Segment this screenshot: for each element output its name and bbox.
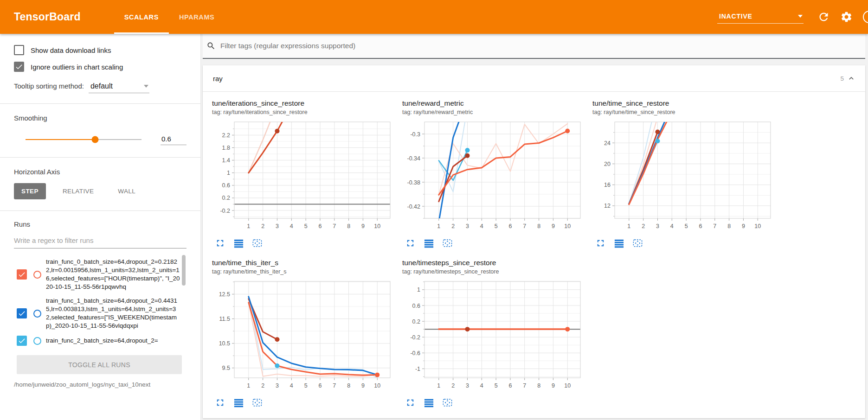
fit-domain-icon[interactable] bbox=[252, 238, 263, 248]
svg-text:0.2: 0.2 bbox=[412, 318, 420, 325]
run-name: train_func_2_batch_size=64,dropout_2= bbox=[46, 337, 180, 345]
fit-domain-icon[interactable] bbox=[442, 238, 453, 248]
chevron-up-icon[interactable] bbox=[847, 74, 856, 83]
runs-filter-input[interactable] bbox=[14, 235, 186, 248]
slider-thumb[interactable] bbox=[92, 136, 99, 143]
svg-text:24: 24 bbox=[604, 140, 611, 146]
svg-text:9: 9 bbox=[742, 223, 745, 229]
chart-actions bbox=[405, 238, 592, 248]
runs-list-icon[interactable] bbox=[233, 397, 244, 408]
line-chart[interactable]: 1216202412345678910 bbox=[592, 119, 777, 232]
run-checkbox[interactable] bbox=[17, 269, 27, 280]
smoothing-value-input[interactable] bbox=[161, 134, 186, 145]
fullscreen-icon[interactable] bbox=[215, 397, 225, 408]
svg-text:9.5: 9.5 bbox=[222, 365, 230, 371]
chart-card: tune/timesteps_since_restoretag: ray/tun… bbox=[401, 259, 592, 408]
chevron-down-icon bbox=[144, 85, 148, 88]
app-title: TensorBoard bbox=[14, 11, 81, 23]
svg-text:3: 3 bbox=[656, 223, 659, 229]
svg-text:9: 9 bbox=[552, 382, 555, 389]
svg-text:8: 8 bbox=[727, 223, 731, 229]
svg-text:4: 4 bbox=[290, 223, 293, 229]
fit-domain-icon[interactable] bbox=[252, 397, 263, 408]
horizontal-axis-label: Horizontal Axis bbox=[14, 168, 186, 176]
line-chart[interactable]: -1-0.6-0.20.20.6112345678910 bbox=[401, 279, 587, 392]
svg-text:3: 3 bbox=[466, 223, 469, 229]
line-chart[interactable]: 9.510.511.512.512345678910 bbox=[211, 279, 397, 392]
svg-text:3: 3 bbox=[276, 223, 279, 229]
svg-text:9: 9 bbox=[361, 223, 365, 229]
header-actions: INACTIVE bbox=[717, 0, 868, 34]
tag-filter-bar bbox=[203, 34, 865, 59]
chart-title: tune/iterations_since_restore bbox=[212, 99, 401, 108]
chart-plot: -0.20.20.611.41.82.212345678910 bbox=[211, 119, 401, 248]
svg-text:10: 10 bbox=[754, 223, 761, 229]
tooltip-sorting-select[interactable]: default bbox=[89, 81, 149, 93]
checkbox[interactable] bbox=[14, 45, 24, 55]
sidebar-checkboxes: Show data download linksIgnore outliers … bbox=[14, 45, 186, 72]
axis-option-relative[interactable]: RELATIVE bbox=[55, 183, 101, 199]
fullscreen-icon[interactable] bbox=[215, 238, 225, 248]
svg-text:5: 5 bbox=[495, 382, 498, 389]
general-options-section: Show data download linksIgnore outliers … bbox=[0, 34, 200, 103]
smoothing-slider-row bbox=[14, 134, 186, 157]
chart-tag: tag: ray/tune/timesteps_since_restore bbox=[402, 268, 592, 275]
svg-text:10.5: 10.5 bbox=[219, 340, 230, 347]
runs-list-icon[interactable] bbox=[424, 238, 434, 248]
status-dropdown[interactable]: INACTIVE bbox=[717, 11, 804, 24]
scrollbar-thumb[interactable] bbox=[182, 255, 186, 286]
run-checkbox[interactable] bbox=[17, 336, 27, 346]
gear-icon[interactable] bbox=[840, 11, 853, 23]
help-icon[interactable] bbox=[863, 11, 868, 23]
header-tabs: SCALARSHPARAMS bbox=[114, 0, 225, 34]
tag-filter-input[interactable] bbox=[219, 41, 863, 51]
runs-list-icon[interactable] bbox=[424, 397, 434, 408]
svg-text:-1: -1 bbox=[415, 366, 420, 372]
svg-text:-0.2: -0.2 bbox=[220, 208, 230, 214]
svg-text:7: 7 bbox=[333, 382, 336, 389]
svg-text:-0.6: -0.6 bbox=[410, 350, 420, 356]
run-color-circle[interactable] bbox=[33, 271, 41, 279]
run-color-circle[interactable] bbox=[33, 310, 41, 318]
svg-text:1: 1 bbox=[227, 170, 230, 176]
svg-text:0.6: 0.6 bbox=[412, 303, 420, 309]
status-label: INACTIVE bbox=[719, 13, 798, 20]
svg-text:-0.2: -0.2 bbox=[410, 334, 420, 341]
refresh-icon[interactable] bbox=[817, 11, 830, 23]
checkbox[interactable] bbox=[14, 62, 24, 72]
line-chart[interactable]: -0.20.20.611.41.82.212345678910 bbox=[211, 119, 397, 232]
svg-text:5: 5 bbox=[685, 223, 688, 229]
run-checkbox[interactable] bbox=[17, 308, 27, 318]
chart-plot: 9.510.511.512.512345678910 bbox=[211, 279, 401, 408]
fullscreen-icon[interactable] bbox=[405, 238, 416, 248]
line-chart[interactable]: -0.42-0.38-0.34-0.312345678910 bbox=[401, 119, 587, 232]
svg-text:6: 6 bbox=[318, 382, 321, 389]
chart-card: tune/time_this_iter_stag: ray/tune/time_… bbox=[211, 259, 401, 408]
smoothing-section: Smoothing bbox=[0, 104, 200, 157]
axis-option-wall[interactable]: WALL bbox=[110, 183, 143, 199]
tab-hparams[interactable]: HPARAMS bbox=[169, 0, 225, 34]
smoothing-label: Smoothing bbox=[14, 114, 186, 122]
runs-list-icon[interactable] bbox=[233, 238, 244, 248]
tab-scalars[interactable]: SCALARS bbox=[114, 0, 169, 34]
svg-text:6: 6 bbox=[508, 382, 512, 389]
runs-list: train_func_0_batch_size=64,dropout_2=0.2… bbox=[14, 252, 186, 353]
svg-text:-0.34: -0.34 bbox=[407, 155, 421, 162]
fullscreen-icon[interactable] bbox=[405, 397, 416, 408]
svg-text:10: 10 bbox=[374, 223, 380, 229]
svg-text:1.4: 1.4 bbox=[222, 157, 230, 164]
chart-title: tune/time_since_restore bbox=[592, 99, 782, 108]
svg-text:6: 6 bbox=[508, 223, 512, 229]
svg-text:2: 2 bbox=[642, 223, 645, 229]
toggle-all-runs-button[interactable]: TOGGLE ALL RUNS bbox=[17, 355, 182, 374]
app-header: TensorBoard SCALARSHPARAMS INACTIVE bbox=[0, 0, 868, 34]
scalars-dashboard: ray 5 tune/iterations_since_restoretag: … bbox=[201, 34, 868, 420]
fullscreen-icon[interactable] bbox=[595, 238, 606, 248]
fit-domain-icon[interactable] bbox=[442, 397, 453, 408]
runs-list-icon[interactable] bbox=[614, 238, 624, 248]
axis-option-step[interactable]: STEP bbox=[14, 183, 46, 199]
run-color-circle[interactable] bbox=[33, 337, 41, 345]
fit-domain-icon[interactable] bbox=[632, 238, 643, 248]
smoothing-slider[interactable] bbox=[26, 139, 141, 140]
tag-group-header[interactable]: ray 5 bbox=[203, 65, 865, 92]
